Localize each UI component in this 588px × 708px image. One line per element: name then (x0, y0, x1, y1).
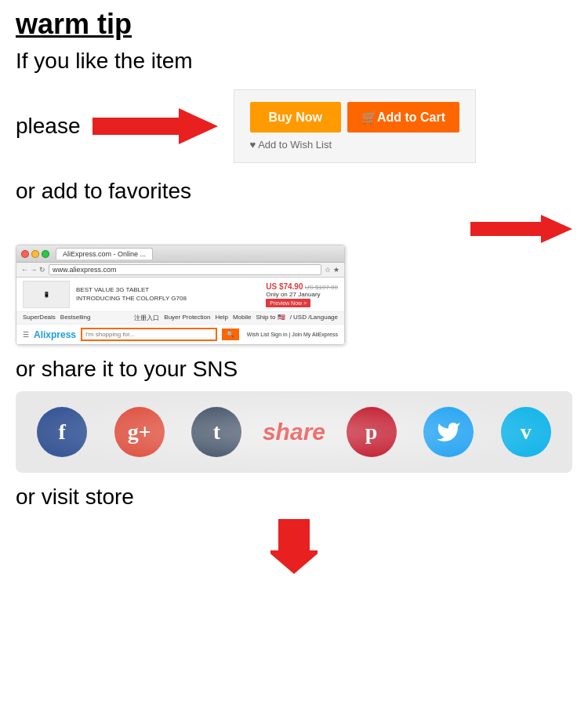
section-buy: please Buy Now 🛒Add to Cart ♥ Add to Wis… (16, 89, 572, 163)
svg-marker-0 (93, 108, 218, 144)
red-arrow-right-fav-icon (470, 213, 572, 245)
promo-sub: Only on 27 January (266, 291, 320, 298)
promo-title: BEST VALUE 3G TABLET INTRODUCING THE COL… (76, 286, 187, 303)
browser-screenshot: AliExpress.com - Online ... ← → ↻ www.al… (16, 245, 345, 345)
browser-titlebar: AliExpress.com - Online ... (16, 245, 344, 263)
buy-section-row: please Buy Now 🛒Add to Cart ♥ Add to Wis… (16, 89, 572, 163)
please-text: please (16, 114, 81, 139)
nav-buyer-protection[interactable]: Buyer Protection (164, 314, 210, 322)
red-arrow-right-icon (93, 107, 218, 146)
browser-close-btn[interactable] (21, 250, 29, 258)
page-title: warm tip (16, 8, 572, 41)
browser-min-btn[interactable] (31, 250, 39, 258)
visit-store-text: or visit store (16, 485, 572, 510)
nav-mobile[interactable]: Mobile (233, 314, 252, 322)
promo-price: US $74.90 (266, 282, 303, 291)
svg-marker-2 (270, 519, 318, 574)
ali-search-input[interactable] (81, 328, 217, 341)
promo-pricing: US $74.90 US $107.00 Only on 27 January … (266, 282, 338, 306)
browser-max-btn[interactable] (42, 250, 49, 258)
browser-address-input[interactable]: www.aliexpress.com (49, 264, 321, 275)
promo-preview-btn[interactable]: Preview Now > (266, 299, 310, 307)
down-arrow-container (16, 519, 572, 574)
vimeo-icon[interactable]: v (501, 407, 551, 457)
pinterest-icon[interactable]: p (347, 407, 397, 457)
nav-ship[interactable]: Ship to 🇺🇸 (256, 314, 285, 322)
nav-register[interactable]: 注册入口 (134, 314, 159, 322)
like-item-text: If you like the item (16, 49, 572, 74)
ali-search-button[interactable]: 🔍 (222, 329, 239, 340)
section-favorites: or add to favorites AliExpress.com - Onl… (16, 179, 572, 345)
buy-now-button[interactable]: Buy Now (250, 102, 341, 133)
ali-nav-bar: SuperDeals Bestselling 注册入口 Buyer Protec… (16, 312, 344, 325)
browser-controls (21, 250, 49, 258)
social-icons-container: f g+ t share p v (16, 391, 572, 473)
ali-logo: Alixpress (34, 329, 76, 340)
red-arrow-down-icon (270, 519, 318, 574)
nav-superdeals[interactable]: SuperDeals (23, 314, 56, 322)
svg-marker-1 (470, 215, 572, 243)
buy-buttons-box: Buy Now 🛒Add to Cart ♥ Add to Wish List (234, 89, 477, 163)
ali-search-bar: ☰ Alixpress 🔍 Wish List Sign in | Join M… (16, 325, 344, 344)
promo-tablet-image: 📱 (23, 281, 70, 308)
browser-tab[interactable]: AliExpress.com - Online ... (56, 248, 153, 260)
buttons-row: Buy Now 🛒Add to Cart (250, 102, 460, 133)
add-to-wish-list-link[interactable]: ♥ Add to Wish List (250, 139, 332, 151)
share-icon[interactable]: share (269, 407, 319, 457)
nav-currency[interactable]: / USD /Language (290, 314, 338, 322)
nav-help[interactable]: Help (215, 314, 227, 322)
ali-header-links: Wish List Sign in | Join My AliExpress (247, 332, 338, 337)
nav-bestselling[interactable]: Bestselling (60, 314, 91, 322)
add-to-cart-button[interactable]: 🛒Add to Cart (347, 102, 459, 133)
facebook-icon[interactable]: f (37, 407, 87, 457)
browser-addressbar: ← → ↻ www.aliexpress.com ☆ ★ (16, 263, 344, 278)
section-sns: or share it to your SNS f g+ t share p v (16, 357, 572, 473)
tumblr-icon[interactable]: t (191, 407, 241, 457)
promo-text: BEST VALUE 3G TABLET INTRODUCING THE COL… (76, 286, 187, 303)
section-like-item: If you like the item (16, 49, 572, 74)
section-visit-store: or visit store (16, 485, 572, 574)
promo-orig-price: US $107.00 (305, 284, 338, 291)
twitter-icon[interactable] (423, 407, 474, 457)
googleplus-icon[interactable]: g+ (114, 407, 165, 457)
ali-promo-bar: 📱 BEST VALUE 3G TABLET INTRODUCING THE C… (16, 278, 344, 312)
sns-text: or share it to your SNS (16, 357, 572, 382)
favorites-text: or add to favorites (16, 179, 572, 204)
favorites-arrow-row (16, 213, 572, 245)
browser-content: 📱 BEST VALUE 3G TABLET INTRODUCING THE C… (16, 278, 344, 344)
